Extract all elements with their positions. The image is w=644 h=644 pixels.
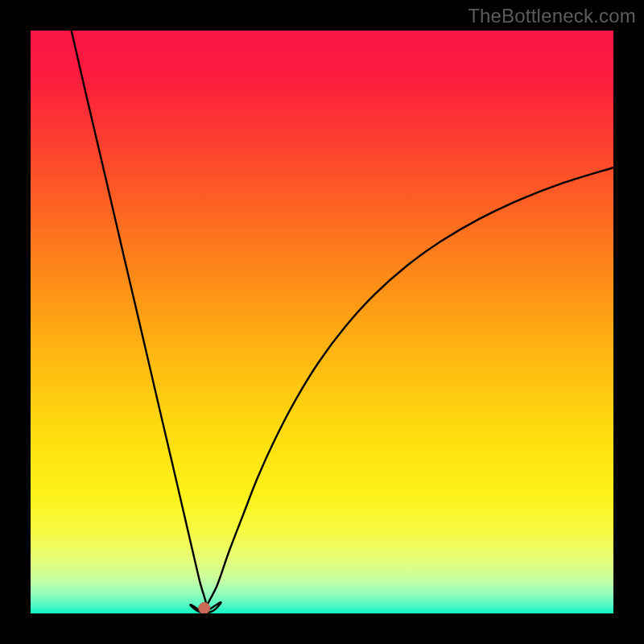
optimum-marker — [199, 602, 210, 613]
watermark-text: TheBottleneck.com — [468, 5, 636, 27]
chart-frame: TheBottleneck.com — [0, 0, 644, 644]
gradient-background — [31, 31, 613, 613]
chart-svg — [31, 31, 613, 613]
plot-area — [31, 31, 613, 613]
